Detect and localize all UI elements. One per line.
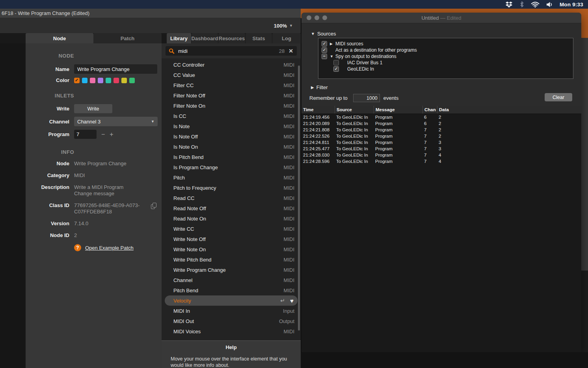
table-row[interactable]: 21:24:19.456 To GeoLEDic In Program 6 2 <box>301 114 581 120</box>
library-item[interactable]: Velocity ↵ ♥ <box>165 295 298 306</box>
column-header-source[interactable]: Source <box>335 106 374 114</box>
library-item[interactable]: Write Pitch Bend ↵ ♥ MIDI <box>162 254 301 265</box>
table-row[interactable]: 21:24:22.526 To GeoLEDic In Program 7 2 <box>301 133 581 139</box>
cell-source: To GeoLEDic In <box>335 134 374 138</box>
info-row-label: Node <box>26 161 74 166</box>
editor-title-bar[interactable]: 6F18 - Write Program Change (Edited) <box>0 9 301 18</box>
zoom-control[interactable]: 100% ▼ <box>274 23 293 29</box>
tab-log[interactable]: Log <box>272 33 301 43</box>
channel-label: Channel <box>26 119 74 125</box>
table-row[interactable]: 21:24:28.030 To GeoLEDic In Program 7 4 <box>301 152 581 158</box>
source-disclosure-icon[interactable]: ▼ <box>330 54 335 58</box>
library-item[interactable]: Filter Note On ↵ ♥ MIDI <box>162 101 301 111</box>
library-item[interactable]: Write CC ↵ ♥ MIDI <box>162 224 301 234</box>
library-item[interactable]: Is Pitch Bend ↵ ♥ MIDI <box>162 152 301 162</box>
library-item[interactable]: Read Note On ↵ ♥ MIDI <box>162 213 301 224</box>
source-checkbox[interactable] <box>322 54 327 59</box>
color-swatch[interactable] <box>114 78 119 83</box>
increment-button[interactable]: + <box>110 130 113 139</box>
volume-icon[interactable] <box>546 2 553 7</box>
filter-triangle-icon[interactable]: ▶ <box>311 85 314 90</box>
source-checkbox[interactable] <box>333 66 339 72</box>
color-swatch[interactable] <box>129 78 135 83</box>
library-item[interactable]: MIDI Out ↵ ♥ Output <box>162 316 301 326</box>
source-row[interactable]: IAC Driver Bus 1 <box>322 60 570 66</box>
library-item[interactable]: Read CC ↵ ♥ MIDI <box>162 193 301 203</box>
remember-events-input[interactable] <box>353 94 380 102</box>
library-item[interactable]: Filter CC ↵ ♥ MIDI <box>162 80 301 90</box>
write-button[interactable]: Write <box>74 104 112 113</box>
color-swatch[interactable] <box>74 78 80 83</box>
channel-dropdown[interactable]: Channel 3 ▼ <box>74 117 158 126</box>
color-swatch[interactable] <box>90 78 95 83</box>
tab-resources[interactable]: Resources <box>218 33 246 43</box>
library-item[interactable]: Write Note Off ↵ ♥ MIDI <box>162 234 301 244</box>
library-item[interactable]: Pitch Bend ↵ ♥ MIDI <box>162 285 301 295</box>
source-row[interactable]: ▶ MIDI sources <box>322 41 570 47</box>
library-item[interactable]: MIDI In ↵ ♥ Input <box>162 306 301 316</box>
library-item[interactable]: Channel ↵ ♥ MIDI <box>162 275 301 285</box>
sources-disclosure[interactable]: ▼ Sources <box>311 31 336 37</box>
decrement-button[interactable]: − <box>101 130 105 139</box>
color-swatch[interactable] <box>121 78 127 83</box>
bluetooth-icon[interactable] <box>519 1 524 7</box>
filter-disclosure[interactable]: ▶ Filter <box>311 84 328 90</box>
info-row-label: Class ID <box>26 202 74 208</box>
color-swatch[interactable] <box>98 78 103 83</box>
dropbox-icon[interactable] <box>505 1 513 8</box>
library-item[interactable]: Is CC ↵ ♥ MIDI <box>162 111 301 121</box>
open-example-patch-link[interactable]: Open Example Patch <box>85 245 134 251</box>
library-item[interactable]: MIDI Voices ↵ ♥ MIDI <box>162 326 301 336</box>
source-checkbox[interactable] <box>333 60 339 65</box>
column-header-message[interactable]: Message <box>374 106 422 114</box>
source-row[interactable]: GeoLEDic In <box>322 66 570 72</box>
column-header-data[interactable]: Data <box>437 106 581 114</box>
column-header-time[interactable]: Time <box>301 106 335 114</box>
program-input[interactable] <box>74 130 97 139</box>
library-search-box[interactable]: 28 ✕ <box>166 46 297 56</box>
tab-node[interactable]: Node <box>26 33 94 43</box>
tab-stats[interactable]: Stats <box>246 33 272 43</box>
library-item[interactable]: CC Controller ↵ ♥ MIDI <box>162 60 301 70</box>
wifi-icon[interactable] <box>531 1 540 7</box>
sources-triangle-icon[interactable]: ▼ <box>311 32 315 36</box>
table-row[interactable]: 21:24:24.811 To GeoLEDic In Program 7 3 <box>301 139 581 146</box>
tab-library[interactable]: Library <box>167 33 192 43</box>
source-row[interactable]: Act as a destination for other programs <box>322 47 570 53</box>
library-item[interactable]: CC Value ↵ ♥ MIDI <box>162 70 301 80</box>
library-item[interactable]: Write Note On ↵ ♥ MIDI <box>162 244 301 254</box>
monitor-title-bar[interactable]: Untitled — Edited <box>301 13 581 23</box>
tab-patch[interactable]: Patch <box>93 33 162 43</box>
library-item[interactable]: Filter Note Off ↵ ♥ MIDI <box>162 90 301 101</box>
source-checkbox[interactable] <box>322 41 327 47</box>
node-name-input[interactable] <box>74 64 157 74</box>
tab-dashboard[interactable]: Dashboard <box>192 33 218 43</box>
favorite-heart-icon[interactable]: ♥ <box>290 297 294 304</box>
library-item[interactable]: Is Note ↵ ♥ MIDI <box>162 121 301 131</box>
clear-button[interactable]: Clear <box>545 93 572 101</box>
library-search-input[interactable] <box>177 48 279 54</box>
library-item[interactable]: Is Note On ↵ ♥ MIDI <box>162 142 301 152</box>
copy-icon[interactable] <box>151 203 157 209</box>
table-row[interactable]: 21:24:28.596 To GeoLEDic In Program 7 4 <box>301 158 581 164</box>
color-swatch[interactable] <box>82 78 87 83</box>
library-item[interactable]: Read Note Off ↵ ♥ MIDI <box>162 203 301 213</box>
column-header-chan[interactable]: Chan <box>422 106 437 114</box>
library-item-tag: MIDI <box>284 257 294 263</box>
color-swatch[interactable] <box>106 78 111 83</box>
source-row[interactable]: ▼ Spy on output to destinations <box>322 53 570 60</box>
library-item[interactable]: Is Program Change ↵ ♥ MIDI <box>162 162 301 172</box>
source-disclosure-icon[interactable]: ▶ <box>330 42 335 46</box>
library-item[interactable]: Is Note Off ↵ ♥ MIDI <box>162 131 301 142</box>
table-row[interactable]: 21:24:25.477 To GeoLEDic In Program 7 3 <box>301 146 581 152</box>
library-item[interactable]: Pitch to Frequency ↵ ♥ MIDI <box>162 183 301 193</box>
source-checkbox[interactable] <box>322 47 327 53</box>
table-row[interactable]: 21:24:20.089 To GeoLEDic In Program 6 2 <box>301 120 581 127</box>
menu-clock[interactable]: Mon 9:33 <box>560 2 583 7</box>
library-item[interactable]: Pitch ↵ ♥ MIDI <box>162 172 301 183</box>
table-row[interactable]: 21:24:21.808 To GeoLEDic In Program 7 2 <box>301 127 581 133</box>
clear-search-icon[interactable]: ✕ <box>288 48 293 54</box>
cell-source: To GeoLEDic In <box>335 159 374 164</box>
library-item[interactable]: Write Program Change ↵ ♥ MIDI <box>162 265 301 275</box>
library-scrollbar-thumb[interactable] <box>298 65 300 331</box>
